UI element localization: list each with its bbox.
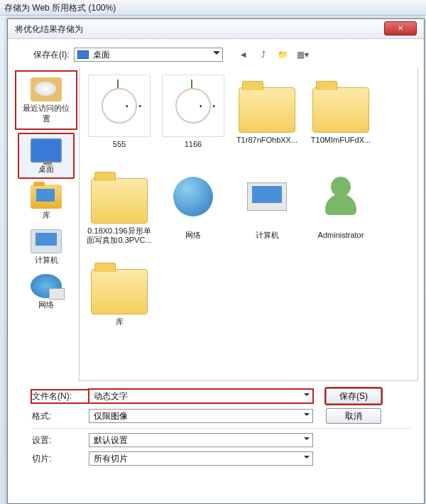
settings-label: 设置:	[32, 434, 89, 447]
slices-value: 所有切片	[94, 453, 128, 465]
dialog-title: 将优化结果存储为	[15, 23, 83, 35]
network-icon	[173, 177, 213, 217]
sidebar-item-label: 网络	[19, 300, 73, 310]
chevron-down-icon	[304, 437, 310, 443]
back-icon[interactable]: ◄	[237, 48, 250, 61]
filename-input[interactable]: 动态文字	[89, 389, 313, 403]
save-in-combo[interactable]: 桌面	[74, 48, 223, 62]
file-name: T10MImFUFdX...	[305, 136, 376, 145]
save-dialog: 将优化结果存储为 × 保存在(I): 桌面 ◄ ⤴ 📁 ▦▾	[7, 18, 425, 504]
libraries-icon	[31, 185, 62, 209]
file-name: 计算机	[231, 231, 302, 240]
chevron-down-icon	[213, 51, 220, 58]
sidebar-item-recent[interactable]: 最近访问的位置	[18, 73, 75, 127]
settings-value: 默认设置	[94, 434, 128, 447]
format-label: 格式:	[32, 410, 89, 422]
image-thumb-icon	[102, 88, 137, 124]
save-in-label: 保存在(I):	[33, 49, 70, 61]
folder-icon	[91, 178, 148, 224]
file-item[interactable]: 555	[82, 72, 156, 163]
slices-combo[interactable]: 所有切片	[89, 451, 313, 466]
save-in-value: 桌面	[93, 49, 110, 61]
sidebar-item-label: 库	[19, 210, 73, 221]
view-menu-icon[interactable]: ▦▾	[297, 48, 310, 61]
folder-icon	[312, 87, 369, 133]
desktop-icon	[77, 50, 89, 59]
format-combo[interactable]: 仅限图像	[89, 409, 313, 423]
file-name: T1r87nFOhbXX...	[231, 136, 302, 145]
file-name: 库	[84, 317, 155, 327]
settings-combo[interactable]: 默认设置	[89, 433, 313, 447]
sidebar-item-label: 最近访问的位置	[19, 103, 73, 124]
image-thumb-icon	[175, 88, 211, 124]
file-list[interactable]: 555 1166 T1r87nFOhbXX... T10MImFUFdX...	[79, 67, 418, 381]
desktop-icon	[31, 138, 62, 163]
sidebar-item-label: 计算机	[19, 255, 73, 265]
file-item[interactable]: T10MImFUFdX...	[304, 72, 378, 163]
chevron-down-icon	[304, 393, 310, 399]
file-item[interactable]: 库	[82, 253, 156, 344]
file-item[interactable]: T1r87nFOhbXX...	[230, 72, 304, 163]
filename-label: 文件名(N):	[32, 390, 89, 402]
save-button[interactable]: 保存(S)	[326, 388, 381, 404]
sidebar-item-label: 桌面	[21, 164, 72, 175]
network-icon	[31, 274, 62, 298]
file-name: Administrator	[305, 231, 376, 240]
chevron-down-icon	[304, 456, 310, 461]
places-sidebar: 最近访问的位置 桌面 库 计算机	[13, 67, 79, 381]
close-button[interactable]: ×	[384, 21, 417, 35]
computer-icon	[31, 229, 62, 253]
file-name: 555	[84, 140, 155, 149]
up-icon[interactable]: ⤴	[257, 48, 270, 61]
file-name: 网络	[158, 231, 229, 240]
new-folder-icon[interactable]: 📁	[277, 48, 290, 61]
recent-icon	[31, 77, 62, 102]
format-value: 仅限图像	[94, 410, 128, 422]
sidebar-item-network[interactable]: 网络	[18, 270, 75, 313]
file-item[interactable]: 网络	[156, 163, 230, 253]
user-icon	[324, 177, 358, 217]
sidebar-item-libraries[interactable]: 库	[18, 180, 75, 224]
folder-icon	[239, 87, 295, 133]
file-item[interactable]: 计算机	[230, 163, 304, 253]
folder-icon	[91, 269, 148, 314]
filename-value: 动态文字	[94, 390, 128, 402]
computer-icon	[247, 182, 287, 211]
file-name: 1166	[158, 140, 229, 149]
file-item[interactable]: 0.18X0.196异形单面写真加0.3PVC...	[82, 163, 156, 253]
slices-label: 切片:	[32, 453, 89, 465]
cancel-button[interactable]: 取消	[326, 408, 381, 424]
file-name: 0.18X0.196异形单面写真加0.3PVC...	[84, 226, 155, 245]
sidebar-item-computer[interactable]: 计算机	[18, 225, 75, 268]
parent-window-title: 存储为 Web 所用格式 (100%)	[0, 0, 426, 16]
sidebar-item-desktop[interactable]: 桌面	[18, 133, 75, 179]
file-item[interactable]: Administrator	[304, 163, 378, 253]
file-item[interactable]: 1166	[156, 72, 230, 163]
chevron-down-icon	[304, 413, 310, 419]
